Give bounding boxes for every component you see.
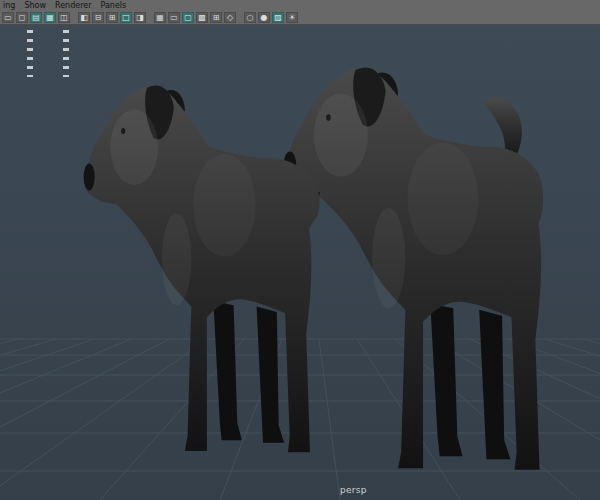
single-pane-layout-icon[interactable]: □ xyxy=(120,12,132,23)
two-pane-layout-icon[interactable]: ◧ xyxy=(78,12,90,23)
camera-lock-icon[interactable]: ◻ xyxy=(16,12,28,23)
menu-item-panels[interactable]: Panels xyxy=(100,1,126,10)
dog-model-left[interactable] xyxy=(84,85,320,452)
viewport[interactable]: persp xyxy=(0,25,600,500)
camera-label: persp xyxy=(340,485,367,495)
grid-toggle-icon[interactable]: ▦ xyxy=(154,12,166,23)
panel-toolbar: ▭◻▤▦◫◧⊟⊞□◨▦▭▢▩⊞◇○●▨☀ xyxy=(0,10,600,24)
maya-viewport-panel: ingShowRendererPanels ▭◻▤▦◫◧⊟⊞□◨▦▭▢▩⊞◇○●… xyxy=(0,0,600,500)
gate-mask-icon[interactable]: ▩ xyxy=(196,12,208,23)
menu-item-show[interactable]: Show xyxy=(24,1,46,10)
field-chart-icon[interactable]: ⊞ xyxy=(210,12,222,23)
bookmarks-icon[interactable]: ▦ xyxy=(44,12,56,23)
four-pane-layout-icon[interactable]: ⊞ xyxy=(106,12,118,23)
image-plane-icon[interactable]: ◫ xyxy=(58,12,70,23)
resolution-gate-icon[interactable]: ▢ xyxy=(182,12,194,23)
camera-attributes-icon[interactable]: ▤ xyxy=(30,12,42,23)
film-gate-icon[interactable]: ▭ xyxy=(168,12,180,23)
scene-3d xyxy=(0,25,600,500)
panel-menu-bar: ingShowRendererPanels xyxy=(0,0,600,10)
outliner-layout-icon[interactable]: ◨ xyxy=(134,12,146,23)
panel-header: ingShowRendererPanels ▭◻▤▦◫◧⊟⊞□◨▦▭▢▩⊞◇○●… xyxy=(0,0,600,25)
stacked-pane-layout-icon[interactable]: ⊟ xyxy=(92,12,104,23)
wireframe-icon[interactable]: ○ xyxy=(244,12,256,23)
lighting-icon[interactable]: ☀ xyxy=(286,12,298,23)
dog-model-right[interactable] xyxy=(284,67,543,470)
shaded-mode-icon[interactable]: ● xyxy=(258,12,270,23)
textured-mode-icon[interactable]: ▨ xyxy=(272,12,284,23)
safe-action-icon[interactable]: ◇ xyxy=(224,12,236,23)
select-camera-icon[interactable]: ▭ xyxy=(2,12,14,23)
menu-item-renderer[interactable]: Renderer xyxy=(55,1,92,10)
menu-item-ing[interactable]: ing xyxy=(3,1,15,10)
